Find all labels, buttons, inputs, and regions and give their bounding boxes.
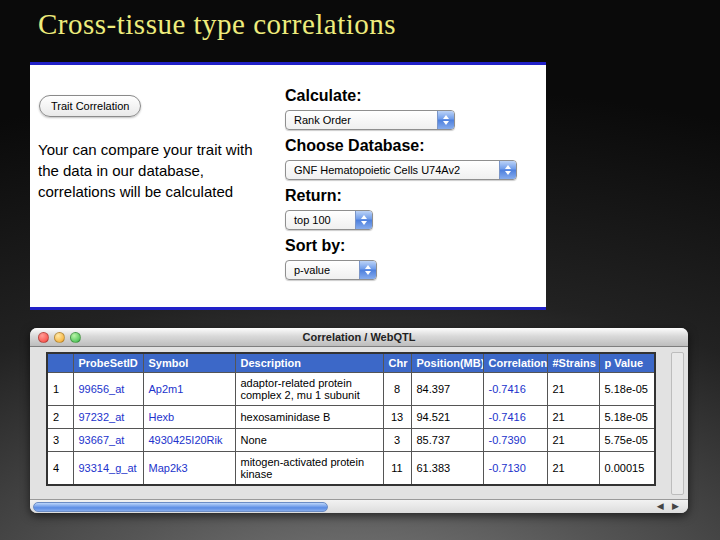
column-header-pvalue[interactable]: p Value [599, 353, 655, 373]
correlation-link[interactable]: -0.7416 [483, 406, 547, 429]
database-label: Choose Database: [285, 137, 537, 155]
sort-select-value: p-value [286, 261, 359, 279]
window-body: ProbeSetID Symbol Description Chr Positi… [30, 347, 688, 495]
column-header-description[interactable]: Description [235, 353, 383, 373]
table-row: 2 97232_at Hexb hexosaminidase B 13 94.5… [47, 406, 655, 429]
calculate-label: Calculate: [285, 87, 537, 105]
scrollbar-arrow-icons[interactable]: ◀ ▶ [657, 501, 682, 511]
row-index: 3 [47, 429, 73, 452]
stepper-icon [359, 261, 376, 279]
column-header-position[interactable]: Position(MB) [411, 353, 483, 373]
return-select[interactable]: top 100 [285, 210, 373, 230]
row-index: 1 [47, 373, 73, 406]
vertical-scrollbar[interactable] [671, 352, 684, 495]
window-titlebar[interactable]: Correlation / WebQTL [30, 328, 688, 347]
return-select-value: top 100 [286, 211, 355, 229]
pvalue-cell: 5.75e-05 [599, 429, 655, 452]
probeset-link[interactable]: 93667_at [73, 429, 143, 452]
column-header-symbol[interactable]: Symbol [143, 353, 235, 373]
chr-cell: 8 [383, 373, 411, 406]
scrollbar-thumb[interactable] [33, 502, 328, 512]
correlation-table: ProbeSetID Symbol Description Chr Positi… [46, 352, 656, 486]
probeset-link[interactable]: 97232_at [73, 406, 143, 429]
chr-cell: 11 [383, 452, 411, 485]
position-cell: 61.383 [411, 452, 483, 485]
strains-cell: 21 [547, 406, 599, 429]
symbol-link[interactable]: Ap2m1 [143, 373, 235, 406]
correlation-link[interactable]: -0.7390 [483, 429, 547, 452]
results-window: Correlation / WebQTL ProbeSetID Symbol D… [30, 328, 688, 513]
pvalue-cell: 5.18e-05 [599, 373, 655, 406]
column-header-probesetid[interactable]: ProbeSetID [73, 353, 143, 373]
probeset-link[interactable]: 93314_g_at [73, 452, 143, 485]
description-cell: mitogen-activated protein kinase [235, 452, 383, 485]
column-header-correlation[interactable]: Correlation [483, 353, 547, 373]
position-cell: 84.397 [411, 373, 483, 406]
strains-cell: 21 [547, 373, 599, 406]
row-index: 4 [47, 452, 73, 485]
chr-cell: 13 [383, 406, 411, 429]
slide-title: Cross-tissue type correlations [38, 8, 396, 41]
window-title: Correlation / WebQTL [30, 331, 688, 343]
description-line-3: correlations will be calculated [38, 181, 253, 202]
correlation-link[interactable]: -0.7130 [483, 452, 547, 485]
return-label: Return: [285, 187, 537, 205]
description-cell: adaptor-related protein complex 2, mu 1 … [235, 373, 383, 406]
column-header-strains[interactable]: #Strains [547, 353, 599, 373]
symbol-link[interactable]: Map2k3 [143, 452, 235, 485]
horizontal-scrollbar[interactable]: ◀ ▶ [30, 499, 688, 513]
description-cell: None [235, 429, 383, 452]
table-row: 1 99656_at Ap2m1 adaptor-related protein… [47, 373, 655, 406]
calculate-select[interactable]: Rank Order [285, 110, 455, 130]
position-cell: 85.737 [411, 429, 483, 452]
calculate-select-value: Rank Order [286, 111, 437, 129]
database-select-value: GNF Hematopoietic Cells U74Av2 [286, 161, 499, 179]
stepper-icon [437, 111, 454, 129]
form-controls: Calculate: Rank Order Choose Database: G… [285, 87, 537, 280]
table-row: 3 93667_at 4930425I20Rik None 3 85.737 -… [47, 429, 655, 452]
strains-cell: 21 [547, 452, 599, 485]
strains-cell: 21 [547, 429, 599, 452]
stepper-icon [355, 211, 372, 229]
description-cell: hexosaminidase B [235, 406, 383, 429]
description-line-1: Your can compare your trait with [38, 139, 253, 160]
panel-description: Your can compare your trait with the dat… [38, 139, 253, 202]
trait-correlation-button[interactable]: Trait Correlation [39, 95, 141, 117]
position-cell: 94.521 [411, 406, 483, 429]
chr-cell: 3 [383, 429, 411, 452]
sort-select[interactable]: p-value [285, 260, 377, 280]
column-header-index [47, 353, 73, 373]
table-header-row: ProbeSetID Symbol Description Chr Positi… [47, 353, 655, 373]
slide-background: Cross-tissue type correlations Trait Cor… [0, 0, 720, 540]
stepper-icon [499, 161, 516, 179]
sort-label: Sort by: [285, 237, 537, 255]
column-header-chr[interactable]: Chr [383, 353, 411, 373]
database-select[interactable]: GNF Hematopoietic Cells U74Av2 [285, 160, 517, 180]
description-line-2: the data in our database, [38, 160, 253, 181]
table-row: 4 93314_g_at Map2k3 mitogen-activated pr… [47, 452, 655, 485]
symbol-link[interactable]: Hexb [143, 406, 235, 429]
row-index: 2 [47, 406, 73, 429]
pvalue-cell: 5.18e-05 [599, 406, 655, 429]
symbol-link[interactable]: 4930425I20Rik [143, 429, 235, 452]
probeset-link[interactable]: 99656_at [73, 373, 143, 406]
correlation-link[interactable]: -0.7416 [483, 373, 547, 406]
trait-correlation-panel: Trait Correlation Your can compare your … [30, 62, 546, 310]
pvalue-cell: 0.00015 [599, 452, 655, 485]
